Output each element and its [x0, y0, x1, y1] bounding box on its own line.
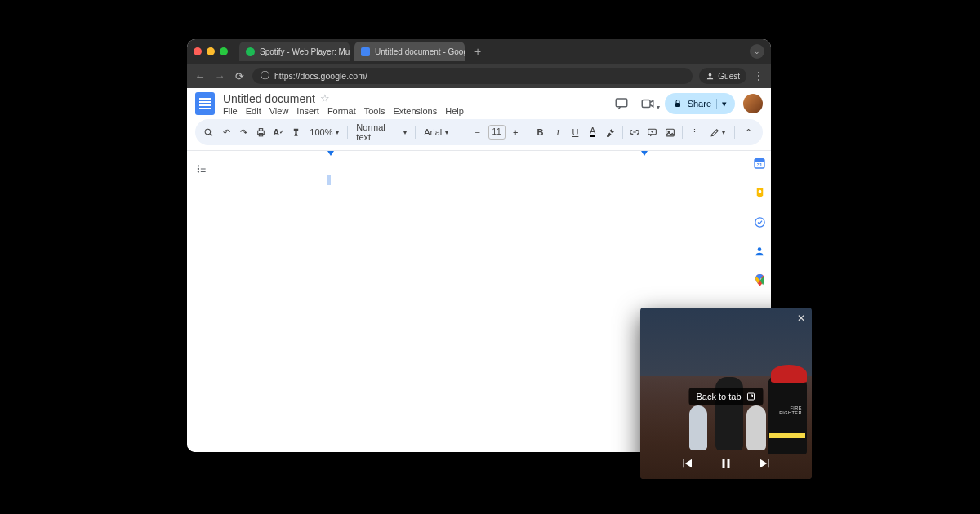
tab-bar: Spotify - Web Player: Music f… × Untitle… [187, 39, 771, 64]
more-toolbar-button[interactable]: ⋮ [688, 123, 702, 141]
google-docs-logo[interactable] [195, 92, 215, 115]
maps-icon[interactable] [752, 273, 767, 288]
svg-point-18 [755, 217, 764, 226]
window-zoom-button[interactable] [220, 47, 228, 55]
share-label: Share [688, 99, 711, 109]
svg-rect-1 [616, 99, 627, 107]
back-to-tab-label: Back to tab [696, 392, 741, 401]
left-indent-marker[interactable] [327, 151, 334, 156]
previous-track-button[interactable] [679, 456, 694, 471]
back-to-tab-button[interactable]: Back to tab [688, 388, 763, 405]
svg-rect-15 [755, 159, 764, 162]
text-color-button[interactable]: A [586, 123, 599, 141]
font-family-select[interactable]: Arial▾ [421, 127, 460, 137]
svg-point-17 [758, 189, 761, 193]
text-cursor [327, 175, 331, 185]
svg-point-13 [198, 171, 198, 172]
open-in-tab-icon [746, 392, 756, 401]
zoom-select[interactable]: 100%▾ [306, 127, 342, 137]
menu-format[interactable]: Format [327, 106, 356, 116]
new-tab-button[interactable]: + [470, 43, 486, 60]
font-size-input[interactable]: 11 [488, 125, 506, 140]
site-info-icon[interactable]: ⓘ [261, 70, 270, 82]
svg-point-19 [758, 247, 762, 251]
back-button[interactable]: ← [194, 69, 207, 82]
address-bar: ← → ⟳ ⓘ https://docs.google.com/ Guest ⋮ [187, 64, 771, 88]
document-title[interactable]: Untitled document [223, 92, 315, 105]
comment-history-button[interactable] [612, 95, 630, 113]
svg-rect-26 [728, 459, 730, 468]
picture-in-picture-window[interactable]: FIRE FIGHTER ✕ Back to tab [640, 308, 812, 479]
url-text: https://docs.google.com/ [274, 71, 368, 81]
pip-close-button[interactable]: ✕ [797, 312, 805, 324]
document-outline-button[interactable] [194, 161, 210, 177]
search-menus-button[interactable] [202, 123, 216, 141]
share-dropdown-icon[interactable]: ▾ [716, 99, 727, 109]
share-button[interactable]: Share ▾ [665, 93, 735, 114]
italic-button[interactable]: I [550, 123, 564, 141]
menu-bar: File Edit View Insert Format Tools Exten… [223, 106, 604, 116]
underline-button[interactable]: U [568, 123, 582, 141]
menu-insert[interactable]: Insert [296, 106, 319, 116]
svg-rect-2 [642, 100, 650, 108]
print-button[interactable] [254, 123, 268, 141]
reload-button[interactable]: ⟳ [233, 69, 246, 82]
menu-edit[interactable]: Edit [246, 106, 261, 116]
menu-file[interactable]: File [223, 106, 238, 116]
menu-help[interactable]: Help [445, 106, 464, 116]
svg-rect-25 [723, 459, 725, 468]
firefighter-text: FIRE FIGHTER [779, 405, 802, 415]
lock-icon [673, 99, 683, 109]
paragraph-style-select[interactable]: Normal text▾ [353, 122, 410, 142]
svg-point-11 [198, 166, 198, 166]
svg-rect-9 [666, 129, 674, 136]
menu-view[interactable]: View [270, 106, 289, 116]
add-comment-button[interactable] [645, 123, 659, 141]
browser-menu-button[interactable]: ⋮ [753, 69, 764, 82]
tab-google-docs[interactable]: Untitled document - Google D… × [354, 42, 465, 61]
account-avatar[interactable] [743, 94, 763, 113]
highlight-color-button[interactable] [603, 123, 617, 141]
calendar-icon[interactable]: 31 [752, 156, 767, 171]
svg-text:31: 31 [757, 162, 763, 167]
svg-point-4 [205, 129, 210, 135]
contacts-icon[interactable] [752, 244, 767, 259]
right-indent-marker[interactable] [641, 151, 648, 156]
insert-link-button[interactable] [628, 123, 642, 141]
redo-button[interactable]: ↷ [237, 123, 251, 141]
svg-point-12 [198, 168, 198, 169]
tab-spotify[interactable]: Spotify - Web Player: Music f… × [239, 42, 350, 61]
window-close-button[interactable] [194, 47, 202, 55]
profile-chip[interactable]: Guest [699, 68, 746, 84]
pip-media-controls [640, 456, 812, 471]
star-icon[interactable]: ☆ [320, 92, 330, 104]
window-collapse-button[interactable]: ⌄ [750, 44, 764, 59]
meet-call-button[interactable]: ▾ [639, 95, 657, 113]
bold-button[interactable]: B [533, 123, 547, 141]
editing-mode-button[interactable]: ▾ [705, 123, 729, 141]
increase-font-size-button[interactable]: + [509, 123, 523, 141]
window-minimize-button[interactable] [207, 47, 215, 55]
svg-rect-3 [675, 103, 680, 107]
keep-icon[interactable] [752, 185, 767, 200]
horizontal-ruler[interactable] [216, 151, 720, 159]
url-field[interactable]: ⓘ https://docs.google.com/ [252, 68, 693, 84]
traffic-lights [194, 47, 228, 55]
tasks-icon[interactable] [752, 215, 767, 229]
paint-format-button[interactable] [289, 123, 303, 141]
person-icon [706, 72, 715, 81]
next-track-button[interactable] [758, 456, 773, 471]
formatting-toolbar: ↶ ↷ A✓ 100%▾ Normal text▾ Arial▾ − 11 + … [195, 119, 763, 145]
menu-tools[interactable]: Tools [364, 106, 385, 116]
tab-label: Untitled document - Google D… [375, 47, 465, 56]
collapse-toolbar-button[interactable]: ⌃ [740, 123, 756, 141]
spellcheck-button[interactable]: A✓ [272, 123, 286, 141]
insert-image-button[interactable] [663, 123, 677, 141]
decrease-font-size-button[interactable]: − [470, 123, 484, 141]
undo-button[interactable]: ↶ [219, 123, 233, 141]
pencil-icon [710, 127, 720, 138]
svg-point-0 [709, 73, 712, 76]
pause-button[interactable] [719, 456, 733, 471]
forward-button[interactable]: → [213, 69, 226, 82]
menu-extensions[interactable]: Extensions [393, 106, 437, 116]
